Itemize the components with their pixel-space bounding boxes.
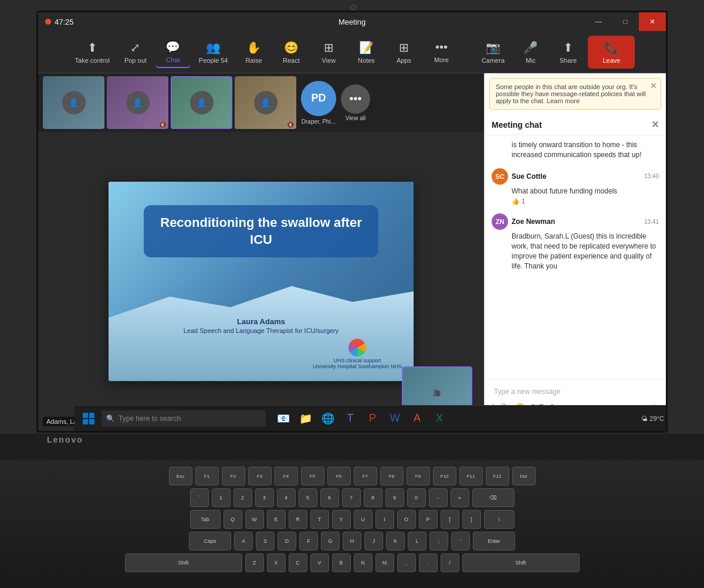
- key-slash[interactable]: /: [441, 553, 459, 572]
- key-caps[interactable]: Caps: [189, 532, 231, 550]
- key-o[interactable]: O: [397, 510, 416, 529]
- taskbar-teams[interactable]: T: [341, 409, 360, 428]
- key-f11[interactable]: F11: [459, 467, 483, 485]
- key-w[interactable]: W: [245, 510, 264, 529]
- key-7[interactable]: 7: [342, 488, 361, 507]
- key-semicolon[interactable]: ;: [429, 532, 448, 550]
- participant-avatar: 👤: [126, 91, 150, 114]
- key-k[interactable]: K: [386, 532, 405, 550]
- more-button[interactable]: ••• More: [424, 37, 459, 67]
- key-j[interactable]: J: [364, 532, 383, 550]
- key-rshift[interactable]: Shift: [462, 553, 580, 572]
- mic-button[interactable]: 🎤 Mic: [513, 37, 548, 67]
- key-rbracket[interactable]: ]: [462, 510, 481, 529]
- taskbar-edge[interactable]: 🌐: [319, 409, 337, 428]
- key-quote[interactable]: ': [451, 532, 470, 550]
- key-9[interactable]: 9: [385, 488, 404, 507]
- minimize-button[interactable]: —: [585, 12, 612, 31]
- key-1[interactable]: 1: [212, 488, 231, 507]
- key-y[interactable]: Y: [332, 510, 351, 529]
- key-lbracket[interactable]: [: [441, 510, 459, 529]
- react-button[interactable]: 😊 React: [273, 37, 309, 67]
- chat-close-button[interactable]: ✕: [651, 119, 659, 130]
- taskbar-powerpoint[interactable]: P: [363, 409, 382, 428]
- key-8[interactable]: 8: [364, 488, 383, 507]
- key-p[interactable]: P: [419, 510, 438, 529]
- chat-button[interactable]: 💬 Chat: [155, 36, 191, 68]
- key-minus[interactable]: -: [429, 488, 448, 507]
- key-v[interactable]: V: [310, 553, 329, 572]
- key-d[interactable]: D: [277, 532, 296, 550]
- taskbar-search[interactable]: 🔍 Type here to search: [101, 410, 266, 427]
- key-period[interactable]: .: [419, 553, 438, 572]
- view-all-button[interactable]: ••• View all: [341, 84, 370, 121]
- key-f4[interactable]: F4: [275, 467, 298, 485]
- key-3[interactable]: 3: [255, 488, 274, 507]
- raise-button[interactable]: ✋ Raise: [236, 37, 271, 67]
- key-t[interactable]: T: [310, 510, 329, 529]
- key-f6[interactable]: F6: [327, 467, 351, 485]
- key-f[interactable]: F: [299, 532, 318, 550]
- key-f2[interactable]: F2: [222, 467, 245, 485]
- key-u[interactable]: U: [354, 510, 373, 529]
- take-control-button[interactable]: ⬆ Take control: [69, 37, 116, 67]
- taskbar-file-explorer[interactable]: 📁: [296, 409, 315, 428]
- key-0[interactable]: 0: [407, 488, 426, 507]
- chat-input-placeholder[interactable]: Type a new message: [490, 384, 660, 399]
- key-f12[interactable]: F12: [486, 467, 509, 485]
- key-r[interactable]: R: [289, 510, 307, 529]
- chat-panel: Some people in this chat are outside you…: [484, 73, 666, 431]
- key-f7[interactable]: F7: [354, 467, 377, 485]
- key-backtick[interactable]: `: [190, 488, 209, 507]
- key-f8[interactable]: F8: [380, 467, 404, 485]
- apps-button[interactable]: ⊞ Apps: [386, 37, 421, 67]
- chat-warning-close[interactable]: ✕: [650, 81, 657, 90]
- key-h[interactable]: H: [343, 532, 361, 550]
- taskbar-outlook[interactable]: 📧: [274, 409, 293, 428]
- key-c[interactable]: C: [289, 553, 307, 572]
- key-5[interactable]: 5: [299, 488, 317, 507]
- key-2[interactable]: 2: [233, 488, 252, 507]
- key-backspace[interactable]: ⌫: [472, 488, 515, 507]
- key-l[interactable]: L: [408, 532, 427, 550]
- key-n[interactable]: N: [354, 553, 373, 572]
- key-f1[interactable]: F1: [195, 467, 219, 485]
- key-tab[interactable]: Tab: [190, 510, 221, 529]
- key-z[interactable]: Z: [245, 553, 264, 572]
- key-del[interactable]: Del: [512, 467, 536, 485]
- key-i[interactable]: I: [375, 510, 394, 529]
- key-g[interactable]: G: [321, 532, 340, 550]
- key-a[interactable]: A: [234, 532, 253, 550]
- key-backslash[interactable]: \: [484, 510, 515, 529]
- close-button[interactable]: ✕: [639, 12, 666, 31]
- pop-out-button[interactable]: ⤢ Pop out: [118, 37, 153, 67]
- key-4[interactable]: 4: [277, 488, 296, 507]
- share-button[interactable]: ⬆ Share: [550, 37, 585, 67]
- camera-button[interactable]: 📷 Camera: [475, 37, 510, 67]
- key-e[interactable]: E: [267, 510, 286, 529]
- key-lshift[interactable]: Shift: [125, 553, 242, 572]
- key-x[interactable]: X: [267, 553, 286, 572]
- key-6[interactable]: 6: [320, 488, 339, 507]
- maximize-button[interactable]: □: [612, 12, 639, 31]
- people-button[interactable]: 👥 People 54: [193, 37, 234, 67]
- key-q[interactable]: Q: [224, 510, 242, 529]
- leave-button[interactable]: 📞 Leave: [588, 36, 635, 69]
- key-f9[interactable]: F9: [407, 467, 430, 485]
- key-enter[interactable]: Enter: [473, 532, 515, 550]
- key-f10[interactable]: F10: [433, 467, 456, 485]
- key-f3[interactable]: F3: [248, 467, 272, 485]
- key-m[interactable]: M: [375, 553, 394, 572]
- key-equals[interactable]: =: [451, 488, 469, 507]
- key-s[interactable]: S: [256, 532, 275, 550]
- view-button[interactable]: ⊞ View: [311, 37, 346, 67]
- key-f5[interactable]: F5: [301, 467, 324, 485]
- taskbar-excel[interactable]: X: [430, 409, 449, 428]
- taskbar-word[interactable]: W: [385, 409, 404, 428]
- key-esc[interactable]: Esc: [169, 467, 192, 485]
- key-b[interactable]: B: [332, 553, 351, 572]
- start-button[interactable]: [79, 409, 98, 428]
- taskbar-acrobat[interactable]: A: [408, 409, 427, 428]
- notes-button[interactable]: 📝 Notes: [348, 37, 384, 67]
- key-comma[interactable]: ,: [397, 553, 416, 572]
